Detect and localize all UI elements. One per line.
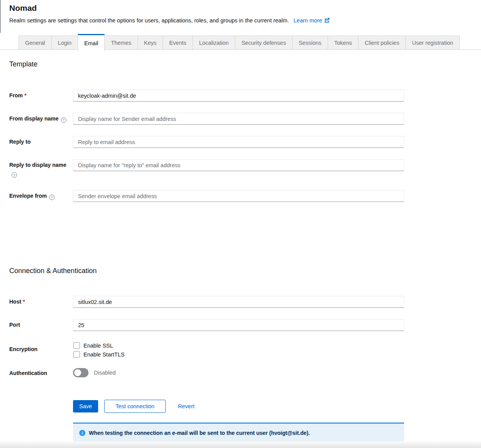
form-row-port: Port	[0, 319, 481, 331]
tab-themes[interactable]: Themes	[104, 36, 138, 49]
enable-starttls-checkbox[interactable]	[73, 351, 80, 358]
info-circle-icon: i	[79, 430, 85, 436]
info-alert-text: When testing the connection an e-mail wi…	[89, 429, 310, 436]
page-header: Nomad Realm settings are settings that c…	[0, 0, 481, 25]
help-icon[interactable]: ?	[61, 117, 66, 123]
form-row-envelope-from: Envelope from?	[0, 190, 481, 202]
tab-events[interactable]: Events	[163, 36, 193, 49]
form-row-host: Host*	[0, 296, 481, 308]
authentication-toggle[interactable]	[73, 368, 88, 377]
form-row-authentication: Authentication Disabled	[0, 368, 481, 377]
revert-button[interactable]: Revert	[178, 400, 195, 412]
tab-keys[interactable]: Keys	[138, 36, 163, 49]
from-label: From*	[9, 90, 73, 99]
envelope-from-input[interactable]	[73, 190, 404, 202]
host-label-text: Host	[9, 299, 21, 305]
reply-to-display-name-input[interactable]	[73, 159, 404, 171]
encryption-label: Encryption	[9, 342, 73, 353]
from-input[interactable]	[73, 90, 404, 102]
help-icon[interactable]: ?	[12, 172, 17, 178]
connection-form: Host* Port Encryption Enable SSL	[0, 296, 481, 444]
form-row-encryption: Encryption Enable SSL Enable StartTLS	[0, 342, 481, 360]
form-row-from-display-name: From display name?	[0, 113, 481, 125]
tab-login[interactable]: Login	[51, 36, 78, 49]
toggle-handle	[74, 369, 81, 376]
host-input[interactable]	[73, 296, 404, 308]
host-label: Host*	[9, 296, 73, 305]
required-asterisk: *	[24, 92, 26, 98]
page-description: Realm settings are settings that control…	[9, 17, 472, 25]
enable-ssl-label: Enable SSL	[83, 343, 113, 349]
from-display-name-label: From display name?	[9, 113, 73, 123]
form-actions: Save Test connection Revert	[0, 400, 481, 413]
tab-client-policies[interactable]: Client policies	[358, 36, 406, 49]
section-title-connection: Connection & Authentication	[9, 266, 481, 275]
reply-to-input[interactable]	[73, 136, 404, 148]
envelope-from-label-text: Envelope from	[9, 193, 47, 199]
test-connection-button[interactable]: Test connection	[104, 400, 166, 413]
learn-more-label: Learn more	[294, 17, 322, 24]
form-row-reply-to-display-name: Reply to display name ?	[0, 159, 481, 178]
reply-to-label-text: Reply to	[9, 139, 31, 145]
external-link-icon	[324, 17, 330, 23]
tab-security-defenses[interactable]: Security defenses	[235, 36, 292, 49]
authentication-label: Authentication	[9, 368, 73, 377]
from-label-text: From	[9, 92, 23, 98]
learn-more-link[interactable]: Learn more	[294, 17, 330, 24]
required-asterisk: *	[23, 299, 25, 305]
reply-to-display-name-label: Reply to display name ?	[9, 159, 73, 178]
info-alert: i When testing the connection an e-mail …	[73, 423, 404, 444]
realm-settings-page: Nomad Realm settings are settings that c…	[0, 0, 481, 448]
authentication-label-text: Authentication	[9, 370, 47, 376]
enable-starttls-row: Enable StartTLS	[73, 351, 404, 358]
authentication-state-label: Disabled	[94, 370, 116, 376]
tab-sessions[interactable]: Sessions	[292, 36, 328, 49]
reply-to-label: Reply to	[9, 136, 73, 145]
enable-starttls-label: Enable StartTLS	[83, 351, 124, 358]
realm-settings-tabs: General Login Email Themes Keys Events L…	[0, 34, 481, 50]
from-display-name-input[interactable]	[73, 113, 404, 125]
page-description-text: Realm settings are settings that control…	[9, 17, 289, 24]
page-title: Nomad	[9, 3, 472, 13]
enable-ssl-row: Enable SSL	[73, 342, 404, 349]
port-input[interactable]	[73, 319, 404, 331]
help-icon[interactable]: ?	[49, 195, 54, 200]
form-row-reply-to: Reply to	[0, 136, 481, 148]
page-bottom-band	[0, 441, 481, 448]
from-display-name-label-text: From display name	[9, 115, 59, 122]
port-label: Port	[9, 319, 73, 328]
save-button[interactable]: Save	[73, 400, 98, 412]
reply-to-display-name-label-text: Reply to display name	[9, 162, 66, 168]
port-label-text: Port	[9, 322, 20, 328]
nav-drawer-edge	[0, 0, 0, 33]
tab-user-registration[interactable]: User registration	[405, 36, 459, 49]
enable-ssl-checkbox[interactable]	[73, 342, 80, 349]
form-row-from: From*	[0, 90, 481, 102]
encryption-label-text: Encryption	[9, 346, 37, 352]
tab-email[interactable]: Email	[78, 34, 105, 51]
tab-localization[interactable]: Localization	[192, 36, 235, 49]
template-form: From* From display name? Reply to	[0, 90, 481, 202]
section-title-template: Template	[9, 60, 481, 68]
tab-general[interactable]: General	[19, 36, 52, 49]
envelope-from-label: Envelope from?	[9, 190, 73, 200]
tab-tokens[interactable]: Tokens	[328, 36, 359, 49]
